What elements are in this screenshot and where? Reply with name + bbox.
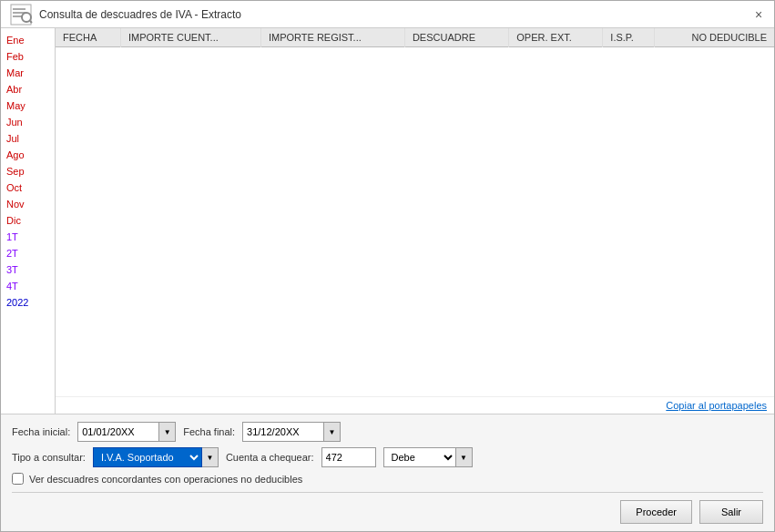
sidebar-item-2t[interactable]: 2T bbox=[1, 245, 55, 261]
fecha-final-input[interactable] bbox=[242, 422, 324, 442]
sidebar-item-sep[interactable]: Sep bbox=[1, 163, 55, 179]
checkbox-label: Ver descuadres concordantes con operacio… bbox=[29, 474, 302, 485]
main-window: Consulta de descuadres de IVA - Extracto… bbox=[0, 0, 775, 532]
sidebar-item-dic[interactable]: Dic bbox=[1, 212, 55, 229]
copy-to-clipboard-link[interactable]: Copiar al portapapeles bbox=[666, 400, 767, 411]
col-header-i-s-p-: I.S.P. bbox=[603, 28, 654, 47]
proceder-button[interactable]: Proceder bbox=[620, 500, 692, 524]
fecha-inicial-group: ▼ bbox=[77, 422, 176, 442]
bottom-panel: Fecha inicial: ▼ Fecha final: ▼ Tipo a c… bbox=[1, 414, 774, 531]
debe-select[interactable]: DebeHaber bbox=[383, 447, 456, 467]
sidebar-item-ene[interactable]: Ene bbox=[1, 32, 55, 48]
sidebar-item-abr[interactable]: Abr bbox=[1, 81, 55, 97]
sidebar-item-1t[interactable]: 1T bbox=[1, 229, 55, 245]
debe-group: DebeHaber ▼ bbox=[383, 447, 473, 467]
fecha-final-dropdown[interactable]: ▼ bbox=[324, 422, 341, 442]
col-header-importe-regist---: IMPORTE REGIST... bbox=[260, 28, 404, 47]
col-header-no-deducible: NO DEDUCIBLE bbox=[654, 28, 774, 47]
sidebar: EneFebMarAbrMayJunJulAgoSepOctNovDic 1T2… bbox=[1, 28, 56, 414]
col-header-importe-cuent---: IMPORTE CUENT... bbox=[120, 28, 260, 47]
table-container: FECHAIMPORTE CUENT...IMPORTE REGIST...DE… bbox=[56, 28, 774, 396]
sidebar-item-nov[interactable]: Nov bbox=[1, 196, 55, 212]
app-icon bbox=[8, 2, 34, 27]
debe-dropdown[interactable]: ▼ bbox=[456, 447, 473, 467]
sidebar-item-oct[interactable]: Oct bbox=[1, 179, 55, 196]
title-bar: Consulta de descuadres de IVA - Extracto… bbox=[1, 1, 774, 28]
content-area: FECHAIMPORTE CUENT...IMPORTE REGIST...DE… bbox=[56, 28, 774, 414]
tipo-select[interactable]: I.V.A. Soportado bbox=[93, 447, 202, 467]
cuenta-input[interactable] bbox=[321, 447, 376, 467]
checkbox-row: Ver descuadres concordantes con operacio… bbox=[12, 473, 763, 485]
title-bar-left: Consulta de descuadres de IVA - Extracto bbox=[8, 2, 241, 27]
sidebar-item-year[interactable]: 2022 bbox=[1, 294, 55, 311]
close-button[interactable]: × bbox=[750, 6, 767, 23]
svg-rect-1 bbox=[13, 8, 25, 10]
fecha-final-label: Fecha final: bbox=[183, 426, 235, 437]
tipo-group: I.V.A. Soportado ▼ bbox=[93, 447, 219, 467]
col-header-fecha: FECHA bbox=[56, 28, 120, 47]
cuenta-label: Cuenta a chequear: bbox=[226, 452, 314, 463]
copy-link-container: Copiar al portapapeles bbox=[56, 396, 774, 414]
svg-rect-3 bbox=[13, 15, 22, 17]
svg-point-4 bbox=[22, 13, 31, 22]
sidebar-item-mar[interactable]: Mar bbox=[1, 65, 55, 81]
main-content: EneFebMarAbrMayJunJulAgoSepOctNovDic 1T2… bbox=[1, 28, 774, 414]
sidebar-item-4t[interactable]: 4T bbox=[1, 278, 55, 294]
tipo-label: Tipo a consultar: bbox=[12, 452, 86, 463]
svg-line-5 bbox=[30, 21, 32, 23]
sidebar-item-may[interactable]: May bbox=[1, 97, 55, 114]
checkbox-no-deducibles[interactable] bbox=[12, 473, 24, 485]
fecha-final-group: ▼ bbox=[242, 422, 341, 442]
fecha-inicial-input[interactable] bbox=[77, 422, 159, 442]
sidebar-item-ago[interactable]: Ago bbox=[1, 147, 55, 163]
col-header-descuadre: DESCUADRE bbox=[404, 28, 508, 47]
sidebar-item-3t[interactable]: 3T bbox=[1, 261, 55, 278]
buttons-row: Proceder Salir bbox=[12, 492, 763, 524]
fecha-inicial-label: Fecha inicial: bbox=[12, 426, 70, 437]
window-title: Consulta de descuadres de IVA - Extracto bbox=[39, 8, 241, 21]
salir-button[interactable]: Salir bbox=[699, 500, 763, 524]
sidebar-item-feb[interactable]: Feb bbox=[1, 48, 55, 65]
tipo-row: Tipo a consultar: I.V.A. Soportado ▼ Cue… bbox=[12, 447, 763, 467]
col-header-oper--ext-: OPER. EXT. bbox=[509, 28, 603, 47]
tipo-dropdown[interactable]: ▼ bbox=[202, 447, 219, 467]
fecha-inicial-dropdown[interactable]: ▼ bbox=[159, 422, 176, 442]
sidebar-item-jul[interactable]: Jul bbox=[1, 130, 55, 147]
sidebar-item-jun[interactable]: Jun bbox=[1, 114, 55, 130]
data-table: FECHAIMPORTE CUENT...IMPORTE REGIST...DE… bbox=[56, 28, 774, 47]
date-row: Fecha inicial: ▼ Fecha final: ▼ bbox=[12, 422, 763, 442]
